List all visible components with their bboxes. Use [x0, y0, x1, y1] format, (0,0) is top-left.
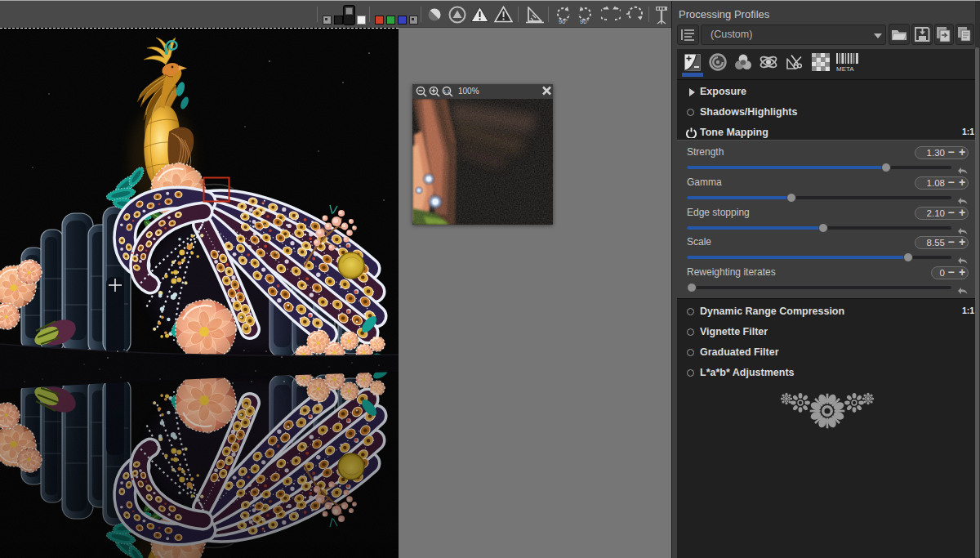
svg-text:100%: 100%	[458, 87, 479, 96]
svg-text:90°: 90°	[559, 18, 568, 25]
svg-text:90°: 90°	[580, 18, 589, 25]
svg-text:META: META	[836, 65, 854, 72]
svg-text:1:1: 1:1	[443, 89, 450, 94]
